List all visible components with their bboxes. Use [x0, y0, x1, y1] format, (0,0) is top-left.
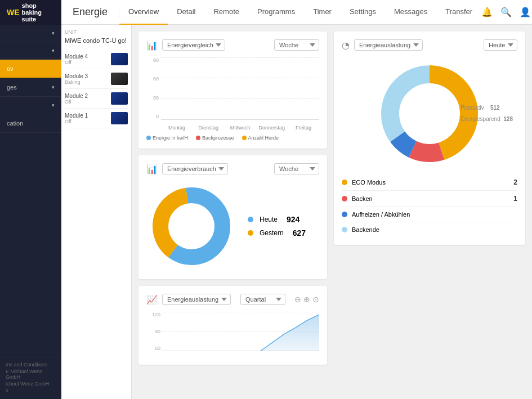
zoom-plus-icon[interactable]: ⊕: [303, 295, 310, 304]
legend-aufheizen-left: Aufheizen / Abkühlen: [342, 211, 410, 218]
legend-energie: Energie in kw/H: [146, 135, 188, 141]
module-2-status: Off: [65, 99, 88, 105]
tab-timer[interactable]: Timer: [304, 0, 341, 25]
quartal-select[interactable]: Energieauslastung: [162, 294, 231, 305]
label-backende: Backende: [352, 226, 379, 233]
energievergleich-select[interactable]: Energievergleich: [162, 39, 225, 51]
energieverbrauch-card: 📊 Energieverbrauch Woche: [138, 155, 327, 279]
module-3[interactable]: Module 3 Baking: [65, 69, 128, 89]
module-4[interactable]: Module 4 Off: [65, 50, 128, 69]
auslastung-select[interactable]: Energieauslastung: [354, 39, 423, 51]
sidebar-item-1[interactable]: ▾: [0, 25, 61, 42]
sidebar: ▾ ▾ ov ges ▾ ▾ cation ms and Conditions …: [0, 25, 61, 399]
label-backen: Backen: [352, 195, 373, 202]
auslastung-header: ◔ Energieauslastung Heute: [342, 39, 517, 51]
sidebar-item-ges[interactable]: ges ▾: [0, 78, 61, 97]
auslastung-period-select[interactable]: Heute: [484, 39, 517, 51]
bar-legend: Energie in kw/H Backprozesse Anzahl Herd…: [146, 135, 319, 141]
module-1-thumb: [111, 112, 128, 124]
value-yesterday: 627: [293, 228, 306, 237]
q-y-120: 120: [146, 312, 160, 317]
label-eco: ECO Modus: [352, 179, 386, 186]
trend-icon: 📈: [146, 294, 158, 305]
quartal-chart-area: 120 90 60: [146, 312, 319, 357]
legend-dot-herde: [242, 136, 247, 140]
quartal-controls: ⊖ ⊕ ⊙: [294, 295, 319, 304]
dot-aufheizen: [342, 212, 347, 217]
sidebar-item-2[interactable]: ▾: [0, 42, 61, 60]
module-3-name: Module 3: [65, 73, 88, 79]
tab-remote[interactable]: Remote: [204, 0, 248, 25]
sidebar-item-cation[interactable]: cation: [0, 114, 61, 133]
sidebar-item-4[interactable]: ▾: [0, 97, 61, 114]
energieverbrauch-period-select[interactable]: Woche: [274, 163, 319, 174]
bar-day-labels: MontagDienstagMittwochDonnerstagFreitag: [161, 125, 319, 131]
quartal-y-labels: 120 90 60: [146, 312, 160, 351]
tab-detail[interactable]: Detail: [168, 0, 204, 25]
verbrauch-donut-svg: [146, 181, 236, 271]
unit-label: Unit: [65, 29, 128, 35]
auslastung-legend: ECO Modus 2 Backen 1 A: [342, 174, 517, 237]
dot-yesterday: [248, 230, 253, 236]
day-label-4: Freitag: [288, 125, 319, 131]
sidebar-label-ges: ges: [7, 84, 17, 91]
stat-today: Heute 924: [248, 215, 306, 224]
user-icon[interactable]: 👤: [520, 7, 531, 17]
tab-transfer[interactable]: Transfer: [436, 0, 481, 25]
sidebar-footer: ms and Conditions E Michaol Wenz GmbH ic…: [0, 357, 61, 399]
y-label-30: 30: [146, 95, 159, 101]
q-y-90: 90: [146, 329, 160, 334]
module-1-name: Module 1: [65, 113, 88, 119]
zoom-reset-icon[interactable]: ⊙: [312, 295, 319, 304]
tab-messages[interactable]: Messages: [385, 0, 436, 25]
count-backen: 1: [513, 195, 517, 203]
logo-we: WE: [7, 8, 20, 17]
legend-backen-left: Backen: [342, 195, 373, 202]
chevron-icon-ges: ▾: [52, 84, 55, 90]
chevron-icon-4: ▾: [52, 102, 55, 108]
notification-icon[interactable]: 🔔: [481, 7, 493, 17]
energieverbrauch-header: 📊 Energieverbrauch Woche: [146, 163, 319, 174]
module-2[interactable]: Module 2 Off: [65, 89, 128, 109]
auslastung-card: ◔ Energieauslastung Heute: [334, 32, 525, 245]
footer-line1: ms and Conditions: [6, 362, 56, 367]
quartal-header: 📈 Energieauslastung Quartal ⊖ ⊕ ⊙: [146, 294, 319, 305]
unit-name: MiWE condo TC-U go!: [65, 37, 128, 44]
tab-settings[interactable]: Settings: [341, 0, 385, 25]
legend-back: Backprozesse: [196, 135, 234, 141]
inner-label-produktiv: Produktiv 512: [461, 102, 513, 114]
search-icon[interactable]: 🔍: [500, 7, 512, 17]
footer-line3: ichool Wenz GmbH: [6, 381, 56, 387]
dot-eco: [342, 180, 347, 185]
module-1[interactable]: Module 1 Off: [65, 109, 128, 128]
legend-backende: Backende: [342, 222, 517, 237]
day-label-1: Dienstag: [193, 125, 224, 131]
zoom-minus-icon[interactable]: ⊖: [294, 295, 301, 304]
chevron-icon-2: ▾: [52, 48, 55, 53]
legend-label-herde: Anzahl Herde: [248, 135, 279, 141]
label-today: Heute: [260, 216, 278, 223]
area-path: [260, 315, 319, 351]
energievergleich-period-select[interactable]: Woche: [274, 39, 319, 51]
module-2-thumb: [111, 92, 128, 105]
tab-overview[interactable]: Overview: [119, 0, 168, 25]
day-label-2: Mittwoch: [224, 125, 256, 131]
quartal-card: 📈 Energieauslastung Quartal ⊖ ⊕ ⊙: [138, 286, 327, 365]
inner-label-energiesparend: Energiesparend 128: [461, 114, 513, 125]
nav-tabs: Overview Detail Remote Programms Timer S…: [119, 0, 481, 25]
verbrauch-donut-wrap: Heute 924 Gestern 627: [146, 181, 319, 271]
top-navigation: WE shop baking suite Energie Overview De…: [0, 0, 532, 25]
energieverbrauch-select[interactable]: Energieverbrauch: [162, 163, 228, 174]
module-1-status: Off: [65, 119, 88, 124]
day-label-0: Montag: [161, 125, 193, 131]
module-4-name: Module 4: [65, 53, 88, 60]
quartal-period-select[interactable]: Quartal: [240, 294, 285, 305]
main-layout: ▾ ▾ ov ges ▾ ▾ cation ms and Conditions …: [0, 25, 532, 399]
sidebar-item-ov[interactable]: ov: [0, 60, 61, 78]
stat-yesterday: Gestern 627: [248, 228, 306, 237]
auslastung-donut-area: Produktiv 512 Energiesparend 128: [342, 57, 517, 170]
nav-right: 🔔 🔍 👤 klau: [481, 7, 532, 17]
module-4-thumb: [111, 53, 128, 65]
tab-programms[interactable]: Programms: [248, 0, 304, 25]
sidebar-label-ov: ov: [7, 65, 14, 72]
